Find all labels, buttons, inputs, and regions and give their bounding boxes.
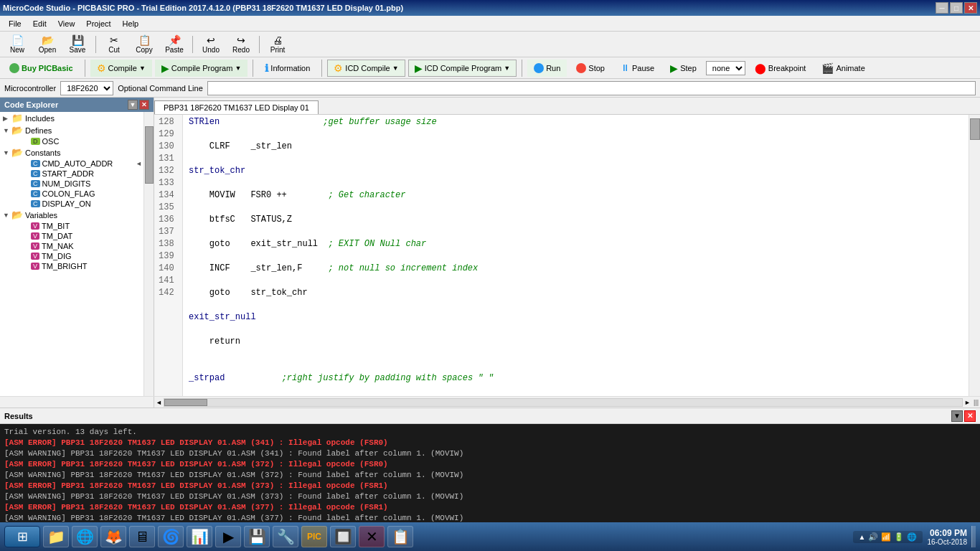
results-close-icon[interactable]: ✕ <box>964 410 976 422</box>
sidebar-item-start-addr[interactable]: C START_ADDR <box>0 169 143 179</box>
sys-tray-network-icon[interactable]: 📶 <box>881 532 891 542</box>
sidebar-item-tm-bit[interactable]: V TM_BIT <box>0 221 143 231</box>
taskbar-icon-pic[interactable]: PIC <box>301 526 327 547</box>
expand-icon <box>20 190 29 197</box>
scroll-right-icon[interactable]: ► <box>964 399 971 406</box>
pause-button[interactable]: ⏸ Pause <box>614 60 661 77</box>
code-content[interactable]: STRlen ;get buffer usage size CLRF _str_… <box>183 115 969 396</box>
sidebar-item-tm-dig[interactable]: V TM_DIG <box>0 251 143 261</box>
var-badge: V <box>31 232 39 240</box>
menu-file[interactable]: File <box>3 18 27 29</box>
tm-bit-label: TM_BIT <box>42 222 70 230</box>
stop-button[interactable]: Stop <box>570 60 611 77</box>
menu-project[interactable]: Project <box>80 18 116 29</box>
code-scrollbar[interactable] <box>969 115 980 396</box>
information-button[interactable]: ℹ Information <box>258 60 316 77</box>
minimize-button[interactable]: ─ <box>936 2 948 14</box>
microcontroller-select[interactable]: 18F2620 <box>60 81 113 95</box>
sidebar-item-constants[interactable]: ▼ 📂 Constants <box>0 146 143 159</box>
buy-picbasic-button[interactable]: Buy PICBasic <box>3 60 80 77</box>
sidebar-item-defines[interactable]: ▼ 📂 Defines <box>0 124 143 136</box>
clock[interactable]: 06:09 PM 16-Oct-2018 <box>927 528 967 546</box>
sys-tray-arrow[interactable]: ▲ <box>859 533 866 541</box>
breakpoint-button[interactable]: ⬤ Breakpoint <box>748 60 813 77</box>
sidebar-item-osc[interactable]: D OSC <box>0 136 143 146</box>
sidebar-item-display-on[interactable]: C DISPLAY_ON <box>0 199 143 209</box>
icd-compile-program-dropdown-icon[interactable]: ▼ <box>504 65 510 72</box>
results-dropdown-icon[interactable]: ▼ <box>951 410 963 422</box>
close-button[interactable]: ✕ <box>964 2 977 14</box>
taskbar-icon-desktop[interactable]: 🖥 <box>129 526 155 547</box>
code-tree-scrollbar[interactable] <box>143 112 154 396</box>
undo-button[interactable]: ↩ Undo <box>197 34 225 55</box>
sidebar-item-num-digits[interactable]: C NUM_DIGITS <box>0 179 143 189</box>
taskbar-icon-chrome[interactable]: 🌐 <box>72 526 98 547</box>
horizontal-scrollbar[interactable]: ◄ ► ||| <box>0 396 980 408</box>
constants-label: Constants <box>25 149 61 157</box>
step-button[interactable]: ▶ Step <box>664 60 703 77</box>
code-explorer-dropdown-icon[interactable]: ▼ <box>128 100 138 110</box>
taskbar-icon-media[interactable]: ▶ <box>215 526 241 547</box>
sidebar-item-includes[interactable]: ▶ 📁 Includes <box>0 112 143 124</box>
icd-compile-dropdown-icon[interactable]: ▼ <box>392 65 399 72</box>
sidebar-item-tm-nak[interactable]: V TM_NAK <box>0 241 143 251</box>
menu-help[interactable]: Help <box>117 18 145 29</box>
title-bar-controls: ─ □ ✕ <box>936 2 977 14</box>
maximize-button[interactable]: □ <box>950 2 963 14</box>
compile-dropdown-icon[interactable]: ▼ <box>139 65 146 72</box>
sys-tray-globe-icon[interactable]: 🌐 <box>907 532 917 542</box>
expand-icon <box>20 160 29 167</box>
tab-main[interactable]: PBP31 18F2620 TM1637 LED Display 01 <box>154 100 319 114</box>
menu-view[interactable]: View <box>52 18 81 29</box>
taskbar-icon-ie[interactable]: 🌀 <box>158 526 184 547</box>
stop-icon <box>576 63 586 73</box>
folder-icon: 📂 <box>11 125 23 136</box>
paste-button[interactable]: 📌 Paste <box>160 34 189 55</box>
animate-button[interactable]: 🎬 Animate <box>815 60 871 77</box>
taskbar-icon-app1[interactable]: 🔧 <box>273 526 298 547</box>
sidebar-item-variables[interactable]: ▼ 📂 Variables <box>0 209 143 221</box>
compile-program-dropdown-icon[interactable]: ▼ <box>235 65 241 72</box>
sys-tray-battery-icon[interactable]: 🔋 <box>894 532 904 542</box>
run-button[interactable]: Run <box>527 60 567 77</box>
optional-cmd-input[interactable] <box>207 81 976 95</box>
start-button[interactable]: ⊞ <box>4 526 40 547</box>
cut-button[interactable]: ✂ Cut <box>100 34 128 55</box>
taskbar-icon-app3[interactable]: ✕ <box>359 526 385 547</box>
show-desktop-button[interactable] <box>971 526 976 547</box>
new-button[interactable]: 📄 New <box>3 34 32 55</box>
taskbar-icon-browser2[interactable]: 🦊 <box>100 526 126 547</box>
save-button[interactable]: 💾 Save <box>63 34 92 55</box>
taskbar-icon-usb[interactable]: 💾 <box>244 526 270 547</box>
scroll-left-icon[interactable]: ◄ <box>156 399 162 406</box>
sidebar-item-colon-flag[interactable]: C COLON_FLAG <box>0 189 143 199</box>
taskbar-icon-excel[interactable]: 📊 <box>187 526 212 547</box>
taskbar-icon-app2[interactable]: 🔲 <box>330 526 356 547</box>
code-explorer-close-icon[interactable]: ✕ <box>139 100 149 110</box>
tm-dat-label: TM_DAT <box>42 232 72 240</box>
compile-button[interactable]: ⚙ Compile ▼ <box>90 60 152 77</box>
define-badge: D <box>31 138 40 145</box>
osc-label: OSC <box>42 137 60 146</box>
menu-edit[interactable]: Edit <box>27 18 52 29</box>
new-icon: 📄 <box>11 34 24 46</box>
code-explorer-header: Code Explorer ▼ ✕ <box>0 98 154 112</box>
buy-icon <box>9 63 19 73</box>
copy-button[interactable]: 📋 Copy <box>130 34 159 55</box>
print-button[interactable]: 🖨 Print <box>263 34 292 55</box>
redo-button[interactable]: ↪ Redo <box>227 34 255 55</box>
sidebar-item-cmd-auto-addr[interactable]: C CMD_AUTO_ADDR ◄ <box>0 159 143 169</box>
open-button[interactable]: 📂 Open <box>33 34 62 55</box>
taskbar-icon-explorer[interactable]: 📁 <box>43 526 69 547</box>
sys-tray: ▲ 🔊 📶 🔋 🌐 <box>853 531 923 543</box>
sidebar-item-tm-dat[interactable]: V TM_DAT <box>0 231 143 241</box>
compile-program-button[interactable]: ▶ Compile Program ▼ <box>155 60 248 77</box>
sidebar-item-tm-bright[interactable]: V TM_BRIGHT <box>0 261 143 271</box>
result-line: [ASM ERROR] PBP31 18F2620 TM1637 LED DIS… <box>4 502 976 513</box>
main-area: Code Explorer ▼ ✕ ▶ 📁 Includes ▼ 📂 Defin… <box>0 98 980 396</box>
sys-tray-speaker-icon[interactable]: 🔊 <box>868 532 878 542</box>
icd-compile-program-button[interactable]: ▶ ICD Compile Program ▼ <box>408 60 517 77</box>
none-dropdown[interactable]: none <box>706 61 745 75</box>
taskbar-icon-app4[interactable]: 📋 <box>387 526 413 547</box>
icd-compile-button[interactable]: ⚙ ICD Compile ▼ <box>327 60 405 77</box>
